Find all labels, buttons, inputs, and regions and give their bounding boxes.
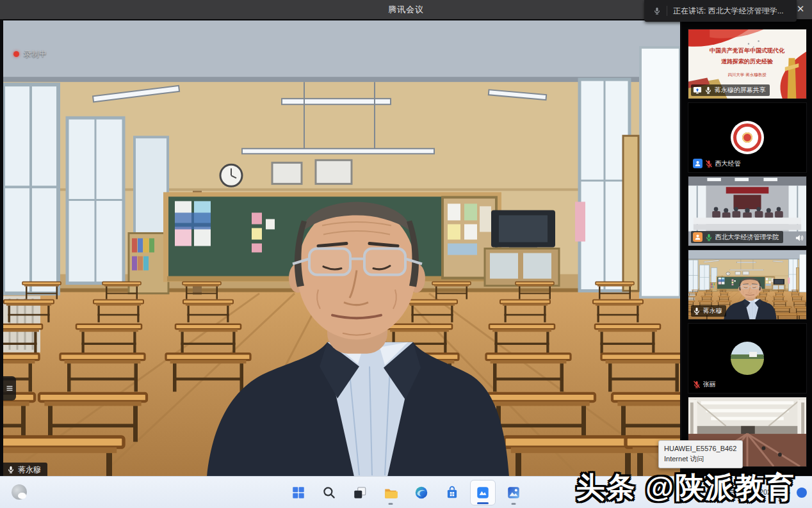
speaking-notification-text: 正在讲话: 西北大学经济管理学... <box>673 6 784 17</box>
participant-label: 蒋永穆 <box>691 305 726 317</box>
start-button[interactable] <box>286 480 311 505</box>
taskbar: ^ 中 2022/11/6 <box>0 476 812 508</box>
input-language-indicator[interactable]: 中 <box>713 487 721 498</box>
network-access: Internet 访问 <box>664 454 737 464</box>
participant-tile-landscape-avatar[interactable]: 张丽 <box>688 323 807 393</box>
edge-browser-button[interactable] <box>409 480 434 505</box>
speaker-name: 蒋永穆 <box>18 464 41 475</box>
active-app-indicator <box>477 502 489 504</box>
search-icon <box>321 485 337 500</box>
participant-label: 西北大学经济管理学院 <box>691 231 783 243</box>
mic-speaking-icon <box>705 234 713 241</box>
participant-name: 西大经管 <box>715 159 741 168</box>
edge-icon <box>414 485 429 500</box>
participant-tile-screen-share[interactable]: 中国共产党百年中国式现代化 道路探索的历史经验 四川大学 蒋永穆教授 蒋永穆的屏… <box>688 29 807 99</box>
windows-logo-icon <box>291 485 306 500</box>
system-tray: ^ 中 2022/11/6 <box>702 477 807 508</box>
member-list-toggle[interactable] <box>3 376 16 401</box>
mic-on-icon <box>693 307 701 315</box>
weather-cloud-icon <box>12 484 27 500</box>
speaking-mic-icon <box>653 7 661 15</box>
taskbar-center-icons <box>286 477 526 508</box>
speaker-name-tag: 蒋永穆 <box>3 463 47 477</box>
person-icon <box>694 160 701 167</box>
tencent-meeting-app-button[interactable] <box>470 480 496 505</box>
mic-icon <box>7 466 15 473</box>
network-tooltip: HUAWEI_E5576_B462 Internet 访问 <box>658 440 743 468</box>
tray-expand-chevron[interactable]: ^ <box>702 488 707 497</box>
network-ssid: HUAWEI_E5576_B462 <box>664 444 737 454</box>
speaking-notification[interactable]: 正在讲话: 西北大学经济管理学... <box>644 0 797 22</box>
participants-sidebar: 中国共产党百年中国式现代化 道路探索的历史经验 四川大学 蒋永穆教授 蒋永穆的屏… <box>682 19 812 477</box>
recording-label: 录制中 <box>24 49 47 60</box>
participant-role-icon <box>693 159 702 168</box>
file-explorer-button[interactable] <box>378 480 403 505</box>
participant-name: 蒋永穆的屏幕共享 <box>715 86 766 95</box>
screen-share-icon <box>693 86 702 95</box>
volume-icon[interactable] <box>743 488 753 497</box>
participant-label: 蒋永穆的屏幕共享 <box>691 84 770 96</box>
open-app-indicator <box>512 503 516 505</box>
open-app-indicator <box>389 503 393 505</box>
university-logo-avatar <box>731 121 764 154</box>
participant-name: 西北大学经济管理学院 <box>715 233 779 242</box>
recording-dot-icon <box>13 51 19 57</box>
slide-title-line1: 中国共产党百年中国式现代化 <box>697 47 797 55</box>
weather-widget[interactable] <box>12 484 28 501</box>
main-video[interactable]: 录制中 蒋永穆 <box>3 20 680 477</box>
classroom-virtual-background <box>3 20 680 477</box>
photos-icon <box>506 485 521 500</box>
tencent-meeting-icon <box>475 485 491 500</box>
slide-title-line2: 道路探索的历史经验 <box>697 58 797 66</box>
person-icon <box>694 234 701 241</box>
participant-label: 张丽 <box>691 379 720 390</box>
taskbar-date[interactable]: 2022/11/6 <box>759 488 790 496</box>
participant-tile-jiang-yongmu[interactable]: 蒋永穆 <box>688 250 807 320</box>
window-title: 腾讯会议 <box>388 4 424 15</box>
mic-on-icon <box>704 86 712 94</box>
speaker-icon <box>795 234 804 242</box>
participant-name: 蒋永穆 <box>703 306 722 315</box>
landscape-avatar <box>731 342 764 375</box>
mic-muted-icon <box>693 381 701 388</box>
mic-muted-icon <box>705 160 713 168</box>
notification-badge-icon[interactable] <box>797 488 807 498</box>
participant-tile-xida-jingguan[interactable]: 西大经管 <box>688 102 807 173</box>
list-icon <box>6 385 13 392</box>
notification-divider <box>667 6 667 16</box>
microsoft-store-button[interactable] <box>439 480 465 505</box>
wifi-icon[interactable] <box>727 488 737 497</box>
photos-app-button[interactable] <box>501 480 526 505</box>
slide-subtitle: 四川大学 蒋永穆教授 <box>700 72 794 78</box>
store-icon <box>444 485 460 500</box>
file-explorer-icon <box>383 485 398 500</box>
task-view-button[interactable] <box>347 480 373 505</box>
participant-name: 张丽 <box>703 380 716 389</box>
search-button[interactable] <box>316 480 342 505</box>
task-view-icon <box>352 485 368 500</box>
participant-label: 西大经管 <box>691 157 745 170</box>
host-role-icon <box>693 232 702 242</box>
participant-tile-nwu-economics[interactable]: 西北大学经济管理学院 <box>688 176 807 246</box>
tencent-meeting-window: 腾讯会议 ✕ 正在讲话: 西北大学经济管理学... <box>0 0 812 508</box>
meeting-main-area: 录制中 蒋永穆 <box>0 19 812 477</box>
recording-badge: 录制中 <box>13 49 47 60</box>
